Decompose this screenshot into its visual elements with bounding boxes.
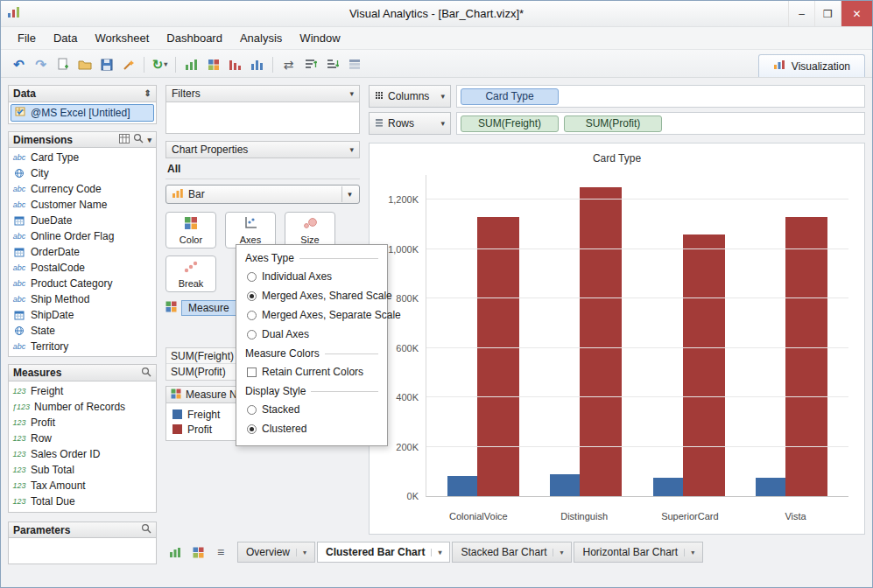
sheet-list-icon[interactable]: ≡ bbox=[211, 543, 230, 561]
menu-dashboard[interactable]: Dashboard bbox=[158, 29, 230, 47]
search-icon[interactable] bbox=[141, 523, 151, 536]
dimension-territory[interactable]: abcTerritory bbox=[9, 339, 156, 354]
minimize-button[interactable]: – bbox=[788, 1, 814, 26]
measure-number-of-records[interactable]: ƒ123Number of Records bbox=[9, 399, 156, 415]
new-crosstab-icon[interactable] bbox=[188, 543, 208, 561]
collapse-expand-icon[interactable]: ⇕ bbox=[144, 88, 151, 98]
measure-row[interactable]: 123Row bbox=[9, 430, 156, 446]
chevron-down-icon[interactable]: ▾ bbox=[684, 549, 694, 556]
data-source-item[interactable]: @MS Excel [Untitled] bbox=[11, 104, 154, 122]
dimension-orderdate[interactable]: OrderDate bbox=[9, 244, 156, 260]
close-button[interactable]: ✕ bbox=[841, 1, 872, 26]
radio-individual-axes[interactable]: Individual Axes bbox=[247, 270, 378, 283]
summary-icon[interactable] bbox=[343, 55, 365, 74]
filters-header[interactable]: Filters ▾ bbox=[165, 85, 360, 102]
bar-freight-vista[interactable] bbox=[756, 478, 785, 496]
sheet-tab-stacked-bar-chart[interactable]: Stacked Bar Chart▾ bbox=[452, 542, 572, 563]
new-viewsheet-icon[interactable] bbox=[165, 543, 185, 561]
chevron-down-icon[interactable]: ▾ bbox=[341, 186, 357, 202]
dimensions-header[interactable]: Dimensions ▾ bbox=[8, 131, 157, 149]
menu-worksheet[interactable]: Worksheet bbox=[87, 29, 157, 47]
size-button[interactable]: Size bbox=[285, 212, 335, 248]
measure-sales-order-id[interactable]: 123Sales Order ID bbox=[9, 446, 156, 462]
bar-freight-colonialvoice[interactable] bbox=[447, 476, 477, 496]
open-icon[interactable] bbox=[74, 55, 95, 74]
rows-shelf-button[interactable]: Rows ▾ bbox=[369, 112, 451, 135]
data-panel-header[interactable]: Data ⇕ bbox=[8, 85, 157, 102]
color-button[interactable]: Color bbox=[165, 212, 216, 248]
dimension-online-order-flag[interactable]: abcOnline Order Flag bbox=[9, 228, 156, 244]
visualization-tab[interactable]: Visualization bbox=[758, 54, 865, 77]
columns-shelf[interactable]: Card Type bbox=[456, 85, 865, 108]
redo-icon[interactable]: ↷ bbox=[30, 55, 52, 74]
dimension-ship-method[interactable]: abcShip Method bbox=[9, 291, 156, 307]
radio-icon[interactable] bbox=[247, 330, 257, 340]
bar-profit-vista[interactable] bbox=[785, 217, 827, 496]
search-icon[interactable] bbox=[133, 133, 144, 146]
chart-type-select[interactable]: Bar ▾ bbox=[165, 185, 360, 204]
parameters-header[interactable]: Parameters bbox=[8, 522, 157, 539]
sheet-tab-overview[interactable]: Overview▾ bbox=[237, 542, 315, 563]
dimension-postalcode[interactable]: abcPostalCode bbox=[9, 260, 156, 276]
dimension-state[interactable]: State bbox=[9, 323, 156, 339]
measures-header[interactable]: Measures bbox=[8, 364, 157, 382]
break-button[interactable]: Break bbox=[165, 256, 216, 292]
sort-descending-icon[interactable] bbox=[321, 55, 343, 74]
format-brush-icon[interactable] bbox=[117, 55, 139, 74]
dimension-card-type[interactable]: abcCard Type bbox=[9, 150, 156, 165]
radio-icon[interactable] bbox=[247, 424, 257, 434]
radio-icon[interactable] bbox=[247, 405, 257, 415]
row-pill-sum-freight-[interactable]: SUM(Freight) bbox=[461, 116, 559, 132]
chart-properties-header[interactable]: Chart Properties ▾ bbox=[165, 141, 360, 158]
radio-icon[interactable] bbox=[247, 272, 257, 282]
table-view-icon[interactable] bbox=[119, 134, 130, 146]
bar-profit-superiorcard[interactable] bbox=[683, 234, 725, 496]
menu-window[interactable]: Window bbox=[292, 29, 348, 47]
chevron-down-icon[interactable]: ▾ bbox=[431, 549, 441, 556]
column-pill-card-type[interactable]: Card Type bbox=[461, 88, 559, 105]
bar-profit-distinguish[interactable] bbox=[580, 187, 622, 496]
sheet-tab-horizontal-bar-chart[interactable]: Horizontal Bar Chart▾ bbox=[574, 542, 703, 563]
chevron-down-icon[interactable]: ▾ bbox=[553, 549, 563, 556]
row-pill-sum-profit-[interactable]: SUM(Profit) bbox=[564, 116, 662, 132]
dimension-currency-code[interactable]: abcCurrency Code bbox=[9, 181, 156, 197]
radio-icon[interactable] bbox=[247, 311, 257, 320]
bar-profit-colonialvoice[interactable] bbox=[477, 217, 519, 496]
dimension-customer-name[interactable]: abcCustomer Name bbox=[9, 197, 156, 213]
chevron-down-icon[interactable]: ▾ bbox=[147, 136, 151, 144]
chevron-down-icon[interactable]: ▾ bbox=[440, 119, 445, 128]
crosstab-icon[interactable] bbox=[202, 55, 224, 74]
chevron-down-icon[interactable]: ▾ bbox=[440, 92, 445, 101]
dimension-shipdate[interactable]: ShipDate bbox=[9, 307, 156, 323]
measure-freight[interactable]: 123Freight bbox=[9, 383, 156, 399]
radio-merged-axes-shared-scale[interactable]: Merged Axes, Shared Scale bbox=[247, 290, 378, 302]
radio-stacked[interactable]: Stacked bbox=[247, 403, 378, 416]
bar-chart-red-icon[interactable] bbox=[224, 55, 246, 74]
undo-icon[interactable]: ↶ bbox=[8, 55, 30, 74]
swap-axes-icon[interactable]: ⇄ bbox=[278, 55, 299, 74]
maximize-button[interactable]: ❒ bbox=[814, 1, 841, 26]
dimension-duedate[interactable]: DueDate bbox=[9, 213, 156, 228]
bar-freight-superiorcard[interactable] bbox=[653, 478, 683, 496]
sort-ascending-icon[interactable] bbox=[299, 55, 321, 74]
refresh-icon[interactable]: ↻▾ bbox=[149, 55, 171, 74]
radio-clustered[interactable]: Clustered bbox=[247, 423, 378, 435]
measure-pill[interactable]: Measure bbox=[181, 300, 236, 316]
radio-dual-axes[interactable]: Dual Axes bbox=[247, 328, 378, 340]
measure-tax-amount[interactable]: 123Tax Amount bbox=[9, 478, 156, 494]
rows-shelf[interactable]: SUM(Freight)SUM(Profit) bbox=[456, 112, 865, 135]
save-icon[interactable] bbox=[95, 55, 117, 74]
columns-shelf-button[interactable]: Columns ▾ bbox=[369, 85, 451, 108]
insert-chart-icon[interactable] bbox=[180, 55, 202, 74]
search-icon[interactable] bbox=[141, 367, 151, 380]
radio-merged-axes-separate-scale[interactable]: Merged Axes, Separate Scale bbox=[247, 309, 378, 321]
checkbox-retain-current-colors[interactable]: Retain Current Colors bbox=[247, 366, 378, 378]
axes-button[interactable]: Axes bbox=[225, 212, 276, 248]
menu-data[interactable]: Data bbox=[46, 29, 85, 47]
filters-shelf[interactable] bbox=[165, 102, 360, 134]
checkbox-icon[interactable] bbox=[247, 368, 257, 377]
chevron-down-icon[interactable]: ▾ bbox=[296, 549, 306, 556]
dimension-city[interactable]: City bbox=[9, 165, 156, 181]
dimension-product-category[interactable]: abcProduct Category bbox=[9, 276, 156, 291]
sheet-tab-clustered-bar-chart[interactable]: Clustered Bar Chart▾ bbox=[317, 542, 450, 563]
